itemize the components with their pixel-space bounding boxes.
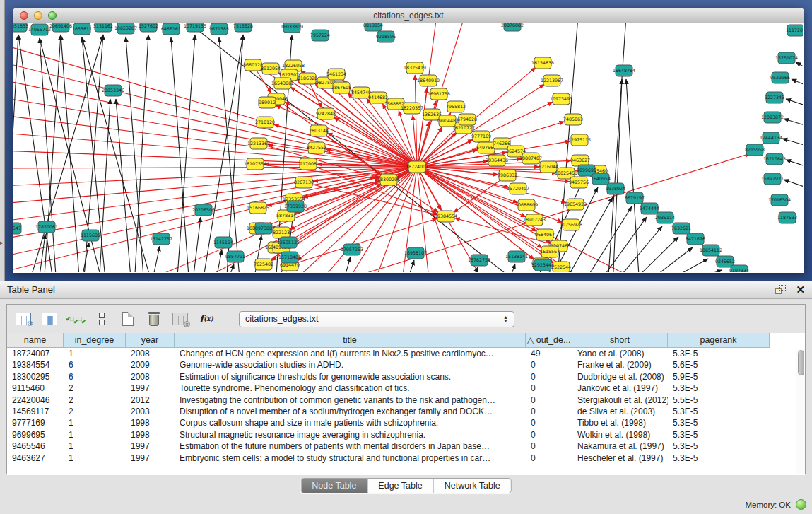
graph-node[interactable]: 13142757 <box>150 233 172 245</box>
graph-node[interactable]: 19384554 <box>435 211 457 222</box>
graph-node[interactable]: 7632621 <box>671 223 691 234</box>
graph-node[interactable]: 9777169 <box>471 131 491 142</box>
graph-node[interactable]: 20691406 <box>49 23 72 32</box>
graph-node[interactable]: 12213363 <box>247 138 270 149</box>
graph-node[interactable]: 8660128 <box>243 59 263 71</box>
graph-node[interactable]: 2051833 <box>13 23 28 32</box>
table-scrollbar-thumb[interactable] <box>798 350 804 375</box>
tab-edge-table[interactable]: Edge Table <box>367 479 433 493</box>
graph-node[interactable]: 15138141 <box>505 251 528 262</box>
graph-node[interactable]: 14055712 <box>28 24 51 35</box>
graph-node[interactable]: 1187533 <box>777 212 797 223</box>
tab-network-table[interactable]: Network Table <box>434 479 511 493</box>
attribute-checklist-icon[interactable]: ✔□✔□✔ <box>66 310 85 327</box>
graph-node[interactable]: 9107334 <box>729 265 749 272</box>
graph-node[interactable]: 7955812 <box>446 101 466 112</box>
float-panel-icon[interactable] <box>775 285 786 294</box>
graph-node[interactable]: 17359928 <box>284 201 307 212</box>
graph-node[interactable]: 2522544 <box>551 262 571 272</box>
graph-node[interactable]: 8267130 <box>294 177 314 188</box>
graph-node[interactable]: 18220357 <box>401 103 423 114</box>
graph-node[interactable]: 16033809 <box>281 23 303 33</box>
column-header-in_degree[interactable]: in_degree <box>64 333 126 348</box>
column-header-title[interactable]: title <box>175 333 526 348</box>
graph-node[interactable]: 12923448 <box>531 259 554 271</box>
graph-node[interactable]: 1145194 <box>213 237 233 248</box>
zoom-window-button[interactable] <box>48 11 57 20</box>
graph-node[interactable]: 9218596 <box>376 31 396 42</box>
graph-node[interactable]: 9671385 <box>209 23 229 35</box>
graph-node[interactable]: 1615567 <box>540 246 560 257</box>
graph-node[interactable]: 9474444 <box>640 203 659 214</box>
function-builder-icon[interactable]: f(x) <box>197 310 216 327</box>
graph-node[interactable]: 20876082 <box>501 23 524 31</box>
graph-node[interactable]: 2803144 <box>309 125 329 136</box>
graph-node[interactable]: 15720407 <box>507 183 529 194</box>
graph-node[interactable]: 19654923 <box>564 199 587 210</box>
graph-node[interactable]: 9227343 <box>765 92 784 103</box>
graph-node[interactable]: 16961758 <box>428 88 450 100</box>
graph-node[interactable]: 15751074 <box>775 52 798 64</box>
column-header-pagerank[interactable]: pagerank <box>668 333 770 348</box>
graph-node[interactable]: 18640910 <box>417 75 440 86</box>
graph-node[interactable]: 8186328 <box>298 73 317 84</box>
column-header-name[interactable]: name <box>7 333 64 348</box>
new-table-icon[interactable] <box>119 310 137 327</box>
graph-node[interactable]: 5461234 <box>326 69 346 80</box>
table-row[interactable]: 977716911998Corpus callosum shape and si… <box>7 417 805 428</box>
graph-node[interactable]: 7515528 <box>233 23 253 32</box>
minimize-window-button[interactable] <box>34 11 42 20</box>
column-header-year[interactable]: year <box>126 333 175 348</box>
table-row[interactable]: 946362711997Embryonic stem cells: a mode… <box>7 452 805 464</box>
graph-node[interactable]: 12093872 <box>761 112 784 123</box>
network-canvas[interactable]: 1872400781863289827508546123428676088454… <box>13 23 804 272</box>
graph-node[interactable]: 15166825 <box>247 202 269 214</box>
graph-node[interactable]: 16543862 <box>271 78 294 89</box>
graph-node[interactable]: 9495756 <box>569 177 589 188</box>
graph-node[interactable]: 12444134 <box>760 132 782 144</box>
close-panel-icon[interactable]: ✕ <box>796 285 805 295</box>
table-row[interactable]: 1938455462009Genome-wide association stu… <box>7 359 805 370</box>
graph-node[interactable]: 10973493 <box>550 93 572 105</box>
graph-node[interactable]: 1115688 <box>81 230 100 241</box>
graph-node[interactable]: 20053346 <box>102 85 124 96</box>
table-row[interactable]: 2242004622012Investigating the contribut… <box>7 395 805 406</box>
graph-node[interactable]: 15718485 <box>278 252 301 263</box>
graph-node[interactable]: 16958107 <box>404 247 427 259</box>
graph-node[interactable]: 17850061 <box>35 221 58 233</box>
graph-node[interactable]: 16210643 <box>763 153 786 165</box>
graph-node[interactable]: 1117204 <box>786 25 803 36</box>
table-row[interactable]: 911546021997Tourette syndrome. Phenomeno… <box>7 382 805 394</box>
graph-node[interactable]: 8912954 <box>261 63 281 74</box>
table-row[interactable]: 1456911722003Disruption of a novel membe… <box>7 406 805 417</box>
table-row[interactable]: 1830029562008Estimation of significance … <box>7 371 805 382</box>
close-window-button[interactable] <box>20 11 28 20</box>
graph-node[interactable]: 6794028 <box>457 114 477 125</box>
graph-node[interactable]: 9684067 <box>535 229 555 240</box>
graph-node[interactable]: 18107554 <box>244 158 266 170</box>
select-columns-icon[interactable] <box>40 310 59 327</box>
graph-node[interactable]: 2718120 <box>255 117 275 128</box>
graph-node[interactable]: 2867608 <box>331 82 351 93</box>
table-scrollbar[interactable] <box>796 349 805 474</box>
delete-table-icon[interactable] <box>145 310 163 327</box>
graph-node[interactable]: 8215958 <box>745 144 765 156</box>
graph-node[interactable]: 20206506 <box>192 204 215 216</box>
table-settings-icon[interactable]: ⚙ <box>14 310 33 327</box>
column-header-out_de[interactable]: △ out_de... <box>526 333 572 348</box>
graph-node[interactable]: 9242848 <box>316 108 336 119</box>
table-row[interactable]: 946554611997Estimation of the future num… <box>7 440 805 452</box>
graph-node[interactable]: 18907243 <box>523 214 546 226</box>
graph-node[interactable]: 7957224 <box>310 30 330 41</box>
graph-node[interactable]: 16782753 <box>468 255 490 266</box>
column-header-short[interactable]: short <box>572 333 668 348</box>
graph-node[interactable]: 18325419 <box>404 62 426 74</box>
graph-node[interactable]: 5131162 <box>93 23 113 32</box>
graph-node[interactable]: 1853811 <box>72 23 92 35</box>
graph-node[interactable]: 30975887 <box>252 223 275 234</box>
graph-node[interactable]: 10654112 <box>700 245 722 256</box>
graph-node[interactable]: 12213967 <box>541 75 563 86</box>
graph-node[interactable]: 391547 <box>13 223 21 234</box>
graph-node[interactable]: 18724007 <box>406 161 428 173</box>
graph-node[interactable]: 10653287 <box>114 23 137 34</box>
